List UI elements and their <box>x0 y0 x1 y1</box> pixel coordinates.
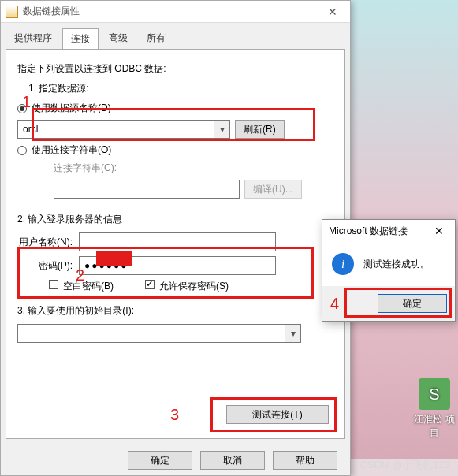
marker-3: 3 <box>170 406 179 424</box>
cancel-button[interactable]: 取消 <box>200 451 265 470</box>
tab-all[interactable]: 所有 <box>138 28 174 49</box>
username-label: 用户名称(N): <box>17 236 73 249</box>
dsn-input[interactable] <box>18 121 214 138</box>
chevron-down-icon[interactable]: ▾ <box>285 325 300 342</box>
marker-1: 1 <box>22 93 31 111</box>
password-label: 密码(P): <box>17 259 73 273</box>
radio-dsn-label: 使用数据源名称(D) <box>32 102 111 115</box>
username-redaction <box>96 251 132 266</box>
help-button[interactable]: 帮助 <box>273 451 337 470</box>
connstr-label: 连接字符串(C): <box>54 162 117 175</box>
chevron-down-icon[interactable]: ▾ <box>214 121 229 138</box>
test-connection-button[interactable]: 测试连接(T) <box>226 405 329 424</box>
radio-row-dsn[interactable]: 使用数据源名称(D) <box>17 102 333 115</box>
section2-title: 2. 输入登录服务器的信息 <box>17 213 333 226</box>
dialog-title: 数据链接属性 <box>23 5 315 18</box>
tab-provider[interactable]: 提供程序 <box>6 28 61 49</box>
chk-save-wrap[interactable]: 允许保存密码(S) <box>145 280 229 293</box>
radio-connstr-label: 使用连接字符串(O) <box>32 143 111 157</box>
radio-row-connstr[interactable]: 使用连接字符串(O) <box>17 143 333 157</box>
ok-button[interactable]: 确定 <box>128 451 192 470</box>
watermark: CSDN @小飞机123 <box>360 458 450 472</box>
username-input[interactable] <box>79 232 276 251</box>
catalog-combo[interactable]: ▾ <box>17 324 301 343</box>
titlebar: 数据链接属性 ✕ <box>1 1 350 23</box>
radio-connstr[interactable] <box>17 146 27 155</box>
marker-4: 4 <box>330 295 339 313</box>
connstr-input <box>54 180 240 199</box>
tab-connection[interactable]: 连接 <box>62 28 99 50</box>
close-icon[interactable]: ✕ <box>423 220 455 242</box>
tab-strip: 提供程序 连接 高级 所有 <box>1 23 350 49</box>
info-icon: i <box>332 253 354 275</box>
shortcut-label: 江淮松 项目 <box>411 413 458 440</box>
close-icon[interactable]: ✕ <box>315 1 350 23</box>
marker-2: 2 <box>76 266 84 284</box>
desktop-shortcut[interactable]: S 江淮松 项目 <box>411 378 458 440</box>
checkbox-save-password[interactable] <box>145 280 155 289</box>
msgbox-titlebar: Microsoft 数据链接 ✕ <box>322 220 455 242</box>
datalink-properties-dialog: 数据链接属性 ✕ 提供程序 连接 高级 所有 指定下列设置以连接到 ODBC 数… <box>0 0 351 476</box>
compile-button: 编译(U)... <box>244 180 302 199</box>
checkbox-blank-password[interactable] <box>49 280 58 289</box>
msgbox-title: Microsoft 数据链接 <box>329 225 423 238</box>
msgbox-text: 测试连接成功。 <box>363 258 430 271</box>
tab-advanced[interactable]: 高级 <box>100 28 136 49</box>
section3-title: 3. 输入要使用的初始目录(I): <box>17 304 333 318</box>
dialog-icon <box>6 6 18 18</box>
message-box: Microsoft 数据链接 ✕ i 测试连接成功。 确定 4 <box>322 219 456 322</box>
dialog-footer: 确定 取消 帮助 <box>1 444 350 475</box>
refresh-button[interactable]: 刷新(R) <box>235 120 285 139</box>
tab-body: 指定下列设置以连接到 ODBC 数据: 1. 指定数据源: 使用数据源名称(D)… <box>6 49 345 439</box>
msgbox-ok-button[interactable]: 确定 <box>378 294 447 313</box>
intro-text: 指定下列设置以连接到 ODBC 数据: <box>17 62 333 76</box>
shortcut-icon: S <box>419 378 450 410</box>
section1-title: 1. 指定数据源: <box>28 82 333 95</box>
dsn-combo[interactable]: ▾ <box>17 120 230 139</box>
